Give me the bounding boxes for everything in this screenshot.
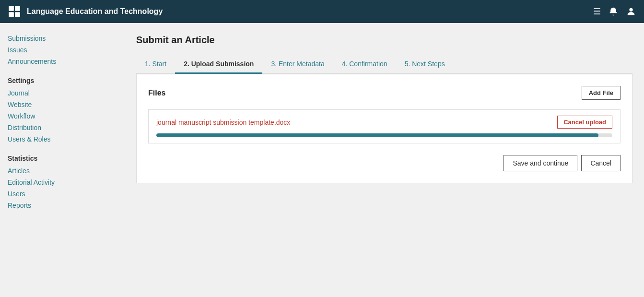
svg-rect-1	[15, 6, 20, 11]
save-continue-button[interactable]: Save and continue	[503, 155, 577, 171]
file-name: journal manuscript submission template.d…	[156, 119, 290, 126]
files-label: Files	[148, 89, 165, 97]
page-title: Submit an Article	[136, 35, 632, 46]
sidebar-item-editorial-activity[interactable]: Editorial Activity	[8, 177, 117, 188]
sidebar-item-reports[interactable]: Reports	[8, 200, 117, 211]
layout: Submissions Issues Announcements Setting…	[0, 23, 644, 297]
sidebar-item-journal[interactable]: Journal	[8, 87, 117, 99]
sidebar-item-articles[interactable]: Articles	[8, 165, 117, 177]
bell-icon[interactable]	[609, 7, 618, 16]
topbar-icons: ☰	[593, 6, 636, 17]
file-row-top: journal manuscript submission template.d…	[156, 116, 612, 129]
cancel-upload-button[interactable]: Cancel upload	[557, 116, 612, 129]
tab-confirmation[interactable]: 4. Confirmation	[333, 55, 396, 74]
tab-metadata[interactable]: 3. Enter Metadata	[262, 55, 333, 74]
topbar-title: Language Education and Technology	[27, 7, 163, 16]
main-content: Submit an Article 1. Start 2. Upload Sub…	[125, 23, 644, 297]
topbar-left: Language Education and Technology	[8, 5, 163, 18]
progress-bar-fill	[156, 133, 598, 137]
cancel-button[interactable]: Cancel	[581, 155, 621, 171]
add-file-button[interactable]: Add File	[582, 86, 621, 100]
tab-start[interactable]: 1. Start	[136, 55, 175, 74]
svg-rect-3	[15, 12, 20, 17]
card-header: Files Add File	[148, 86, 621, 100]
tab-bar: 1. Start 2. Upload Submission 3. Enter M…	[136, 55, 632, 74]
sidebar-item-announcements[interactable]: Announcements	[8, 56, 117, 67]
sidebar-item-users[interactable]: Users	[8, 188, 117, 200]
topbar: Language Education and Technology ☰	[0, 0, 644, 23]
svg-point-4	[629, 8, 632, 12]
sidebar-item-submissions[interactable]: Submissions	[8, 33, 117, 44]
sidebar-item-distribution[interactable]: Distribution	[8, 122, 117, 133]
grid-icon	[8, 5, 21, 18]
tab-next-steps[interactable]: 5. Next Steps	[396, 55, 454, 74]
progress-bar-container	[156, 133, 612, 137]
svg-rect-0	[9, 6, 13, 11]
statistics-section-label: Statistics	[8, 154, 117, 162]
card-footer: Save and continue Cancel	[148, 155, 621, 171]
sidebar-item-website[interactable]: Website	[8, 99, 117, 110]
svg-rect-2	[9, 12, 13, 17]
user-icon[interactable]	[626, 6, 636, 17]
sidebar-item-issues[interactable]: Issues	[8, 44, 117, 56]
settings-section-label: Settings	[8, 77, 117, 84]
sidebar-item-users-roles[interactable]: Users & Roles	[8, 133, 117, 145]
bell-icon[interactable]: ☰	[593, 6, 601, 17]
upload-card: Files Add File journal manuscript submis…	[136, 74, 632, 183]
tab-upload[interactable]: 2. Upload Submission	[175, 55, 262, 74]
file-row: journal manuscript submission template.d…	[148, 109, 621, 143]
sidebar: Submissions Issues Announcements Setting…	[0, 23, 125, 297]
sidebar-item-workflow[interactable]: Workflow	[8, 110, 117, 122]
